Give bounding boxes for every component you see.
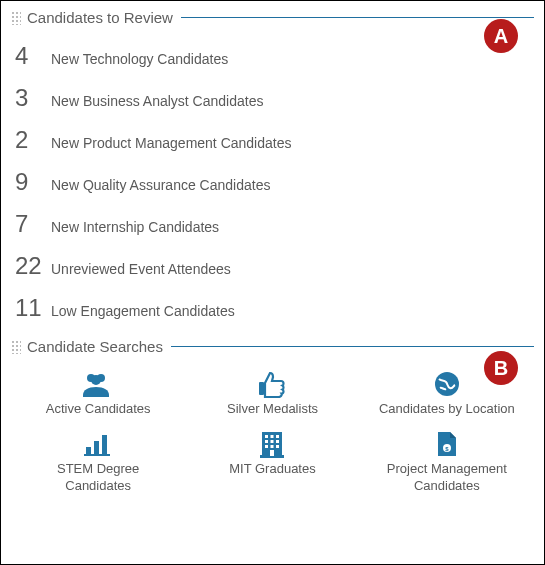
review-label: New Technology Candidates — [51, 51, 228, 67]
review-label: Low Engagement Candidates — [51, 303, 235, 319]
svg-rect-3 — [259, 382, 264, 395]
svg-point-2 — [91, 375, 101, 385]
review-item-quality-assurance[interactable]: 9 New Quality Assurance Candidates — [15, 162, 534, 204]
svg-rect-6 — [94, 441, 99, 455]
review-section-title: Candidates to Review — [27, 9, 173, 26]
svg-rect-19 — [276, 445, 279, 448]
search-tile-project-management[interactable]: $ Project Management Candidates — [364, 429, 530, 494]
review-count: 9 — [15, 170, 45, 194]
svg-rect-20 — [270, 450, 274, 456]
searches-section-header: Candidate Searches — [11, 338, 534, 355]
review-label: New Business Analyst Candidates — [51, 93, 263, 109]
search-grid: Active Candidates Silver Medalists Candi… — [11, 363, 534, 498]
svg-rect-18 — [271, 445, 274, 448]
tile-label: MIT Graduates — [229, 461, 315, 477]
review-count: 11 — [15, 296, 45, 320]
svg-rect-5 — [86, 447, 91, 455]
drag-handle-icon[interactable] — [11, 11, 21, 25]
review-item-product-management[interactable]: 2 New Product Management Candidates — [15, 120, 534, 162]
svg-rect-13 — [276, 435, 279, 438]
callout-badge-b: B — [484, 351, 518, 385]
svg-rect-7 — [102, 435, 107, 455]
searches-section-title: Candidate Searches — [27, 338, 163, 355]
svg-rect-17 — [265, 445, 268, 448]
review-count: 22 — [15, 254, 45, 278]
search-tile-silver-medalists[interactable]: Silver Medalists — [189, 369, 355, 417]
search-tile-stem-degree[interactable]: STEM Degree Candidates — [15, 429, 181, 494]
review-count: 3 — [15, 86, 45, 110]
svg-rect-15 — [271, 440, 274, 443]
globe-icon — [429, 369, 465, 399]
thumbsup-icon — [254, 369, 290, 399]
building-icon — [254, 429, 290, 459]
review-label: New Internship Candidates — [51, 219, 219, 235]
drag-handle-icon[interactable] — [11, 340, 21, 354]
barchart-icon — [80, 429, 116, 459]
review-label: Unreviewed Event Attendees — [51, 261, 231, 277]
svg-rect-11 — [265, 435, 268, 438]
callout-badge-a: A — [484, 19, 518, 53]
review-item-event-attendees[interactable]: 22 Unreviewed Event Attendees — [15, 246, 534, 288]
review-label: New Quality Assurance Candidates — [51, 177, 270, 193]
svg-rect-16 — [276, 440, 279, 443]
review-item-internship[interactable]: 7 New Internship Candidates — [15, 204, 534, 246]
review-label: New Product Management Candidates — [51, 135, 291, 151]
tile-label: Project Management Candidates — [377, 461, 517, 494]
tile-label: Candidates by Location — [379, 401, 515, 417]
document-icon: $ — [429, 429, 465, 459]
svg-rect-8 — [84, 454, 110, 456]
tile-label: STEM Degree Candidates — [28, 461, 168, 494]
svg-rect-12 — [271, 435, 274, 438]
review-list: 4 New Technology Candidates 3 New Busine… — [11, 34, 534, 336]
review-item-business-analyst[interactable]: 3 New Business Analyst Candidates — [15, 78, 534, 120]
review-count: 7 — [15, 212, 45, 236]
header-divider — [171, 346, 534, 347]
people-icon — [80, 369, 116, 399]
review-section-header: Candidates to Review — [11, 9, 534, 26]
review-count: 4 — [15, 44, 45, 68]
review-count: 2 — [15, 128, 45, 152]
search-tile-mit-graduates[interactable]: MIT Graduates — [189, 429, 355, 494]
candidates-panel: Candidates to Review 4 New Technology Ca… — [1, 1, 544, 506]
review-item-low-engagement[interactable]: 11 Low Engagement Candidates — [15, 288, 534, 330]
tile-label: Silver Medalists — [227, 401, 318, 417]
header-divider — [181, 17, 534, 18]
search-tile-active-candidates[interactable]: Active Candidates — [15, 369, 181, 417]
review-item-technology[interactable]: 4 New Technology Candidates — [15, 36, 534, 78]
tile-label: Active Candidates — [46, 401, 151, 417]
svg-rect-14 — [265, 440, 268, 443]
